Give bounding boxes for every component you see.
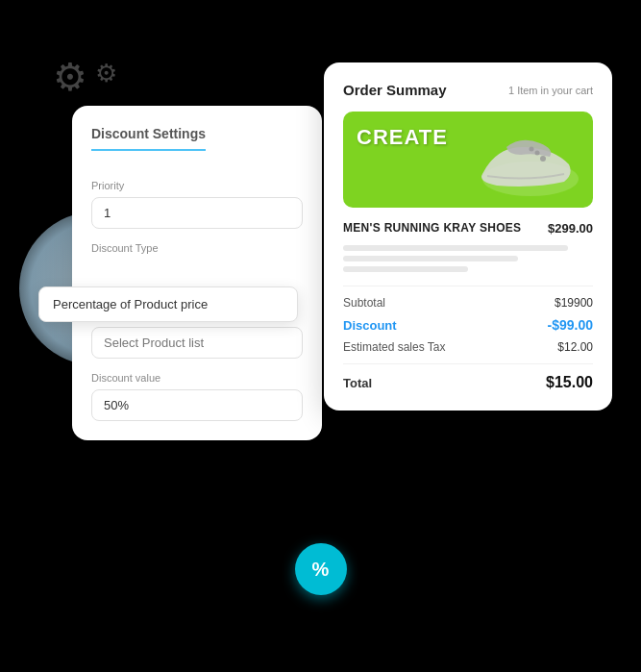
tax-row: Estimated sales Tax $12.00	[343, 340, 593, 354]
gear-icon-small: ⚙	[95, 59, 117, 88]
subtotal-row: Subtotal $19900	[343, 296, 593, 310]
svg-point-2	[535, 151, 540, 156]
divider-1	[343, 286, 593, 286]
order-title: Order Summay	[343, 82, 447, 98]
order-header: Order Summay 1 Item in your cart	[343, 82, 593, 98]
product-description	[343, 245, 593, 272]
discount-value-label: Discount value	[91, 372, 303, 384]
product-image: CREATE	[343, 112, 593, 208]
subtotal-value: $19900	[555, 296, 593, 310]
priority-input[interactable]	[91, 197, 303, 229]
divider-2	[343, 363, 593, 364]
priority-label: Priority	[91, 180, 303, 191]
discount-label: Discount	[343, 318, 397, 333]
percent-badge-text: %	[312, 559, 330, 581]
total-label: Total	[343, 376, 372, 390]
subtotal-label: Subtotal	[343, 296, 385, 310]
product-list-input[interactable]	[91, 327, 303, 359]
total-row: Total $15.00	[343, 374, 593, 391]
discount-value-input[interactable]	[91, 389, 303, 421]
discount-row: Discount -$99.00	[343, 317, 593, 333]
discount-type-label: Discount Type	[91, 242, 303, 254]
desc-line-1	[343, 245, 568, 251]
discount-value: -$99.00	[548, 317, 593, 333]
discount-type-dropdown[interactable]: Percentage of Product price	[38, 286, 298, 322]
product-name: MEN'S RUNNING KRAY SHOES	[343, 221, 521, 235]
svg-point-3	[530, 147, 534, 152]
discount-settings-card: Discount Settings Priority Discount Type…	[72, 106, 322, 440]
gear-icons: ⚙ ⚙	[53, 58, 117, 96]
order-subtitle: 1 Item in your cart	[508, 85, 593, 96]
tax-value: $12.00	[557, 340, 593, 354]
svg-point-1	[540, 156, 546, 162]
percent-badge: %	[295, 543, 347, 595]
discount-type-value: Percentage of Product price	[53, 297, 208, 311]
desc-line-2	[343, 256, 518, 261]
shoe-illustration	[468, 126, 583, 203]
scene: ⚙ ⚙ Discount Settings Priority Discount …	[0, 0, 641, 672]
total-value: $15.00	[546, 374, 593, 391]
product-price: $299.00	[548, 221, 593, 236]
product-image-label: CREATE	[357, 125, 448, 150]
gear-icon-large: ⚙	[53, 58, 87, 96]
product-info: MEN'S RUNNING KRAY SHOES $299.00	[343, 221, 593, 236]
discount-card-title: Discount Settings	[91, 126, 206, 151]
tax-label: Estimated sales Tax	[343, 340, 446, 354]
order-summary-card: Order Summay 1 Item in your cart CREATE …	[324, 62, 612, 411]
desc-line-3	[343, 266, 468, 272]
